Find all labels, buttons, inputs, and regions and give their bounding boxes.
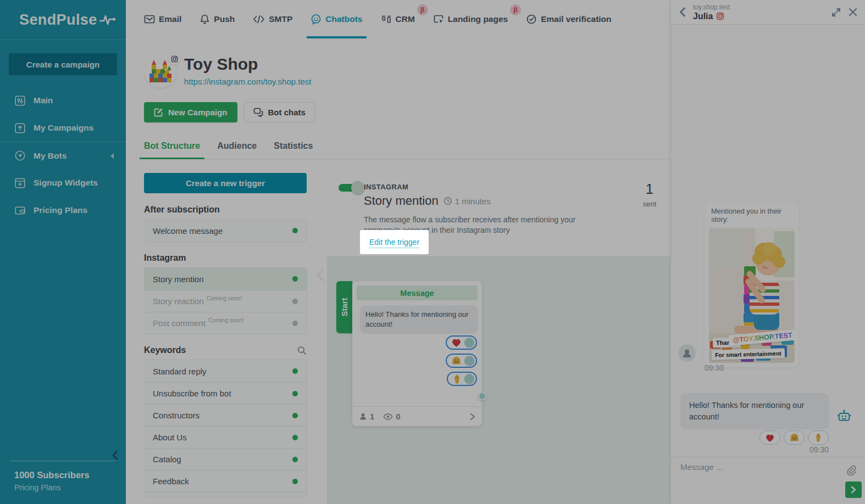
trigger-item-feedback[interactable]: Feedback [144, 470, 307, 492]
pricing-plans-link[interactable]: Pricing Plans [0, 483, 126, 492]
bot-url-link[interactable]: https://instagram.com/toy.shop.test [184, 77, 312, 86]
trigger-item-welcome-message[interactable]: Welcome message [144, 220, 307, 242]
sidebar-item-signup-widgets[interactable]: Signup Widgets [0, 169, 126, 197]
nav-item-push[interactable]: Push [199, 0, 235, 38]
block-output-port[interactable] [478, 391, 487, 401]
new-campaign-button[interactable]: New Campaign [144, 102, 237, 122]
trigger-label: Welcome message [153, 226, 223, 236]
create-campaign-button[interactable]: Create a campaign [9, 53, 117, 75]
toggle-knob [351, 181, 364, 194]
trigger-toggle[interactable] [339, 184, 361, 192]
sidebar-item-pricing-plans[interactable]: Pricing Plans [0, 197, 126, 224]
create-trigger-button[interactable]: Create a new trigger [144, 173, 307, 193]
trigger-item-standard-reply[interactable]: Standard reply [144, 360, 307, 382]
trigger-item-story-reaction: Story reactionComing soon! [144, 290, 307, 312]
pinched-fingers-emoji [453, 374, 461, 384]
sidebar-item-label: Main [34, 96, 53, 105]
message-input[interactable] [680, 462, 823, 472]
person-icon [359, 412, 367, 421]
nav-item-email-verification[interactable]: Email verification [526, 0, 611, 38]
trigger-group: Story mention Story reactionComing soon!… [144, 268, 307, 334]
landing-pages-icon [433, 14, 444, 25]
sidebar-menu: Main My Campaigns My Bots Signup Widgets… [0, 87, 126, 224]
edit-trigger-link[interactable]: Edit the trigger [369, 238, 419, 248]
trigger-item-catalog[interactable]: Catalog [144, 448, 307, 470]
sidebar-footer: 1000 Subscribers Pricing Plans [0, 461, 126, 504]
pinched-fingers-emoji [814, 433, 822, 442]
connection-port[interactable] [464, 356, 474, 366]
email-icon [144, 14, 155, 25]
nav-label: SMTP [269, 14, 292, 24]
send-button[interactable] [845, 481, 862, 498]
attachment-icon[interactable] [846, 465, 856, 475]
search-icon[interactable] [297, 346, 307, 355]
sidebar-collapse-icon[interactable] [109, 449, 121, 461]
connection-port[interactable] [464, 374, 474, 384]
bot-send-icon [15, 150, 25, 161]
bot-chats-button[interactable]: Bot chats [244, 102, 315, 122]
connection-port[interactable] [464, 338, 474, 348]
nav-item-email[interactable]: Email [144, 0, 181, 38]
nav-item-landing-pages[interactable]: Landing pages β [433, 0, 508, 38]
reaction-hug[interactable] [784, 430, 805, 445]
nav-label: Push [214, 14, 235, 24]
check-circle-icon [526, 14, 537, 25]
status-dot-active [292, 368, 298, 374]
nav-item-crm[interactable]: CRM β [381, 0, 415, 38]
heart-emoji [452, 338, 461, 347]
trigger-delay-value: 1 minutes [455, 197, 491, 206]
trigger-item-constructors[interactable]: Constructors [144, 404, 307, 426]
new-campaign-label: New Campaign [168, 108, 228, 117]
reaction-heart[interactable] [759, 430, 780, 445]
story-timestamp: 09:30 [705, 363, 724, 372]
status-dot-active [292, 228, 298, 233]
code-icon [253, 14, 265, 24]
wallet-icon [15, 205, 25, 216]
reaction-pinch[interactable] [808, 430, 829, 445]
group-title-after-subscription: After subscription [144, 205, 220, 215]
trigger-label: Catalog [153, 455, 181, 464]
reaction-pill-hug[interactable] [446, 354, 477, 368]
panel-collapse-icon[interactable] [315, 268, 325, 282]
back-icon[interactable] [679, 7, 686, 17]
sidebar: SendPulse Create a campaign Main My Camp… [0, 0, 126, 504]
status-dot-disabled [292, 321, 298, 326]
views-stat: 0 [383, 412, 400, 421]
trigger-item-unsubscribe[interactable]: Unsubscribe from bot [144, 382, 307, 404]
sidebar-item-main[interactable]: Main [0, 87, 126, 114]
sidebar-item-my-bots[interactable]: My Bots [0, 142, 126, 169]
tab-audience[interactable]: Audience [217, 141, 257, 159]
reaction-pill-heart[interactable] [446, 335, 477, 350]
trigger-list-panel: Create a new trigger After subscription … [144, 159, 307, 504]
trigger-item-story-mention[interactable]: Story mention [144, 268, 307, 290]
collapse-arrow-icon [110, 153, 114, 159]
hugging-face-emoji [452, 356, 461, 366]
bell-icon [199, 14, 210, 25]
trigger-label: Story mention [153, 275, 204, 284]
close-icon[interactable] [849, 8, 857, 16]
logo-link[interactable]: SendPulse [0, 0, 126, 40]
sendpulse-logo: SendPulse [19, 12, 97, 29]
reaction-pill-pinch[interactable] [447, 372, 477, 386]
chevron-right-icon[interactable] [470, 413, 475, 421]
sidebar-item-my-campaigns[interactable]: My Campaigns [0, 114, 126, 142]
partial-row [144, 492, 307, 497]
trigger-group: Standard reply Unsubscribe from bot Cons… [144, 360, 307, 497]
coming-soon-label: Coming soon! [208, 317, 244, 323]
nav-item-smtp[interactable]: SMTP [253, 0, 292, 38]
trigger-info-card: INSTAGRAM Story mention 1 minutes The me… [327, 172, 670, 256]
nav-item-chatbots[interactable]: Chatbots [310, 0, 362, 38]
trigger-delay: 1 minutes [443, 197, 491, 206]
sidebar-item-label: My Campaigns [34, 123, 93, 133]
beta-badge: β [510, 4, 521, 15]
tab-bot-structure[interactable]: Bot Structure [144, 141, 200, 159]
start-tab[interactable]: Start [336, 281, 352, 333]
flow-column: INSTAGRAM Story mention 1 minutes The me… [327, 159, 670, 504]
tab-statistics[interactable]: Statistics [274, 141, 313, 159]
message-block[interactable]: Message Hello! Thanks for mentioning our… [352, 281, 482, 426]
main-area: Email Push SMTP Chatbots CRM β Landin [126, 0, 670, 504]
trigger-item-about-us[interactable]: About Us [144, 426, 307, 448]
expand-icon[interactable] [831, 8, 841, 17]
flow-canvas[interactable]: Start Message Hello! Thanks for mentioni… [327, 256, 670, 504]
crm-icon [381, 14, 392, 25]
